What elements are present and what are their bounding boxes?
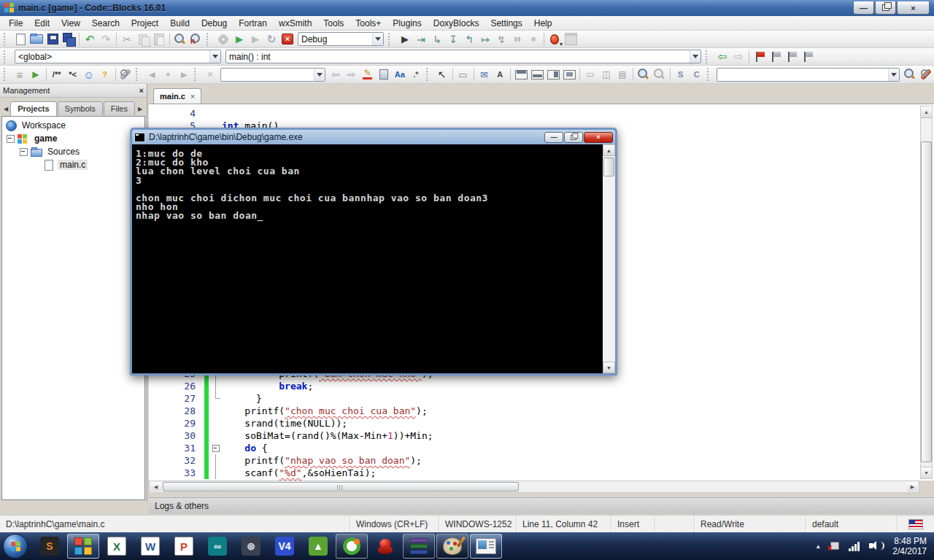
menu-view[interactable]: View [55,17,86,30]
signal-strength-icon[interactable] [849,540,862,552]
open-file-icon[interactable] [28,31,45,47]
wx-box-icon[interactable]: ◫ [598,66,614,82]
menu-debug[interactable]: Debug [196,17,233,30]
next-line-icon[interactable]: ↳ [429,31,445,47]
wx-spacer-icon[interactable]: ▭ [582,66,598,82]
console-output[interactable]: 1:muc do de2:muc do kholua chon level ch… [132,144,615,373]
wx-frame-icon[interactable]: ▭ [455,66,471,82]
scope-combo[interactable]: <global> [15,50,221,63]
scroll-down-icon[interactable]: ▼ [921,467,932,478]
taskbar-codeblocks[interactable] [67,534,99,559]
close-button[interactable]: × [897,1,930,15]
volume-icon[interactable] [869,540,882,552]
new-file-icon[interactable] [12,31,28,47]
chevron-down-icon[interactable] [690,50,700,63]
taskbar-red-devil[interactable] [369,534,401,559]
menu-fortran[interactable]: Fortran [233,17,273,30]
chevron-down-icon[interactable] [314,69,325,81]
build-target-combo[interactable]: Debug [298,32,384,46]
start-button[interactable] [3,534,28,559]
stop-debugger-icon[interactable]: ■ [525,31,541,47]
highlight-occurrences-icon[interactable] [360,66,376,82]
tray-show-hidden-icons[interactable]: ▲ [815,543,821,550]
taskbar-proteus[interactable]: ⊛ [235,534,267,559]
management-tab-projects[interactable]: Projects [10,101,56,116]
taskbar-console-window[interactable] [470,534,502,559]
doxy-extract-icon[interactable]: ≡ [12,66,28,82]
tree-item-game[interactable]: game [2,132,144,145]
taskbar-powerpoint[interactable]: P [168,534,200,559]
management-close-icon[interactable]: × [139,86,144,95]
incsearch-combo[interactable] [220,68,325,82]
scroll-right-icon[interactable]: ▶ [907,482,918,491]
step-into-icon[interactable]: ↧ [445,31,461,47]
management-tab-files[interactable]: Files [104,101,135,115]
step-out-icon[interactable]: ↰ [461,31,477,47]
run-to-cursor-icon[interactable]: ⇥ [413,31,429,47]
tabs-scroll-left-icon[interactable]: ◀ [1,106,10,115]
taskbar-clock[interactable]: 8:48 PM 2/4/2017 [889,536,927,556]
doxy-run-icon[interactable]: ▶ [28,66,44,82]
console-scrollbar[interactable]: ▲ ▼ [603,144,615,373]
menu-file[interactable]: File [3,17,28,30]
console-minimize-button[interactable]: — [544,132,563,143]
minimize-button[interactable]: — [853,1,874,15]
undo-icon[interactable]: ↶ [82,31,98,47]
keyboard-layout-flag-icon[interactable] [908,519,923,529]
taskbar-winrar[interactable] [403,534,435,559]
tab-close-icon[interactable]: × [190,92,195,101]
menu-project[interactable]: Project [126,17,164,30]
wx-sizer-bottom-icon[interactable] [529,66,545,82]
network-disconnected-icon[interactable]: × [828,540,841,552]
menu-wxsmith[interactable]: wxSmith [273,17,317,30]
redo-icon[interactable]: ↷ [98,31,114,47]
management-tab-symbols[interactable]: Symbols [58,101,103,115]
debugging-windows-icon[interactable] [547,31,563,47]
console-scroll-up-icon[interactable]: ▲ [603,144,615,156]
editor-horizontal-scrollbar[interactable]: ◀ ▶ [149,481,919,493]
taskbar-sublime-text[interactable]: S [34,534,66,559]
match-case-icon[interactable]: Aa [392,66,408,82]
taskbar-green-app[interactable]: ▲ [302,534,334,559]
incsearch-prev-icon[interactable]: ◀ [144,66,160,82]
menu-edit[interactable]: Edit [28,17,55,30]
fold-margin[interactable] [210,442,222,454]
tab-mainc[interactable]: main.c × [153,88,201,104]
prev-occurrence-icon[interactable]: ⇦ [328,66,344,82]
nav-back-icon[interactable]: ⇦ [714,49,730,65]
taskbar-v4-app[interactable]: V4 [269,534,301,559]
console-close-button[interactable]: × [584,132,613,143]
taskbar-excel[interactable]: X [101,534,133,559]
logs-panel-bar[interactable]: Logs & others [149,497,934,514]
wx-show-sizers-icon[interactable]: S [673,66,689,82]
tree-expander-icon[interactable] [7,135,15,143]
function-combo[interactable]: main() : int [225,50,701,63]
taskbar-word[interactable]: W [134,534,166,559]
wx-pointer-icon[interactable]: ↖ [434,66,450,82]
menu-tools[interactable]: Tools [317,17,350,30]
save-icon[interactable] [45,31,61,47]
wx-sizer-right-icon[interactable] [545,66,561,82]
wx-zoom-in-icon[interactable] [636,66,652,82]
editor-vertical-scrollbar[interactable]: ▲ ▼ [920,106,933,479]
doxy-block-comment-icon[interactable]: /** [49,66,65,82]
replace-icon[interactable] [188,31,204,47]
horizontal-scroll-thumb[interactable] [163,482,519,491]
abort-icon[interactable] [279,31,296,47]
tabs-scroll-right-icon[interactable]: ▶ [136,106,144,115]
debug-continue-icon[interactable]: ▶ [397,31,413,47]
selection-icon[interactable] [376,66,392,82]
next-occurrence-icon[interactable]: ⇨ [344,66,360,82]
tree-item-sources[interactable]: Sources [2,145,144,158]
vertical-scroll-thumb[interactable] [921,141,932,462]
build-icon[interactable] [215,31,231,47]
toggle-bookmark-icon[interactable] [752,49,768,65]
options-icon[interactable] [918,66,934,82]
symbol-search-combo[interactable] [717,68,899,82]
wx-dialog-icon[interactable]: ✉ [476,66,492,82]
scroll-left-icon[interactable]: ◀ [150,482,161,491]
various-info-icon[interactable] [563,31,579,47]
taskbar-coccoc[interactable] [336,534,368,559]
menu-build[interactable]: Build [164,17,196,30]
doxy-line-comment-icon[interactable]: *< [65,66,81,82]
